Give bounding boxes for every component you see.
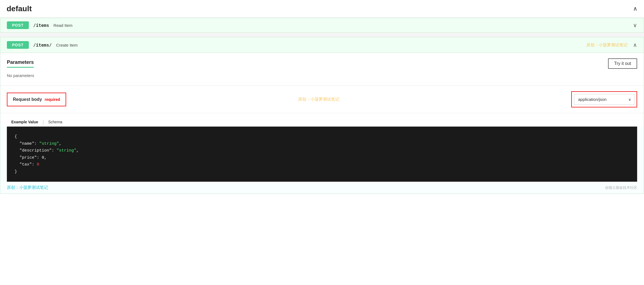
- request-body-label: Request body: [13, 97, 42, 102]
- bottom-credit: @掘土掘金技术社区: [605, 185, 637, 190]
- api-separator: [0, 33, 644, 37]
- request-body-section: Request body required 原创：小菠萝测试笔记 applica…: [0, 86, 644, 113]
- second-api-right: 原创：小菠萝测试笔记 ∧: [586, 42, 637, 48]
- parameters-title: Parameters: [7, 59, 34, 68]
- bottom-watermark: 原创：小菠萝测试笔记: [7, 185, 48, 190]
- section-title: default: [7, 4, 32, 13]
- content-type-wrapper: application/json ∨: [571, 91, 637, 107]
- request-body-watermark: 原创：小菠萝测试笔记: [298, 97, 339, 102]
- collapse-icon[interactable]: ∧: [633, 5, 637, 12]
- code-price-key: "price":: [15, 155, 42, 160]
- code-tax-key: "tax":: [15, 162, 37, 167]
- code-name-key: "name":: [15, 141, 39, 146]
- code-desc-value: "string": [57, 148, 76, 153]
- parameters-header: Parameters Try it out: [7, 58, 637, 69]
- example-tabs: Example Value | Schema: [7, 118, 637, 127]
- second-api-path: /items/: [33, 42, 52, 48]
- example-value-tab[interactable]: Example Value: [7, 118, 43, 126]
- code-block: { "name": "string", "description": "stri…: [7, 127, 637, 182]
- second-api-left: POST /items/ Create Item: [7, 41, 78, 49]
- first-api-row[interactable]: POST /items Read Item ∨: [0, 18, 644, 33]
- second-api-watermark: 原创：小菠萝测试笔记: [586, 42, 628, 48]
- second-api-chevron-icon[interactable]: ∧: [633, 42, 637, 48]
- try-it-out-button[interactable]: Try it out: [608, 58, 637, 69]
- required-badge: required: [45, 97, 60, 102]
- first-api-method-badge: POST: [7, 21, 29, 29]
- code-price-value: 0,: [42, 155, 47, 160]
- second-api-method-badge: POST: [7, 41, 29, 49]
- code-close-brace: }: [15, 169, 17, 174]
- content-type-select[interactable]: application/json: [574, 94, 634, 105]
- first-api-path: /items: [33, 23, 49, 28]
- no-parameters-text: No parameters: [7, 69, 637, 80]
- code-tax-value: 0: [37, 162, 39, 167]
- default-section-header: default ∧: [0, 0, 644, 18]
- content-type-select-wrapper: application/json ∨: [574, 94, 634, 105]
- code-name-value: "string": [39, 141, 59, 146]
- example-tabs-section: Example Value | Schema: [0, 113, 644, 127]
- request-body-row: Request body required 原创：小菠萝测试笔记 applica…: [7, 91, 637, 107]
- first-api-right: ∨: [633, 22, 637, 29]
- parameters-section: Parameters Try it out No parameters: [0, 53, 644, 86]
- request-body-label-wrapper: Request body required: [7, 93, 66, 106]
- expanded-content: Parameters Try it out No parameters Requ…: [0, 53, 644, 194]
- second-api-description: Create Item: [56, 43, 77, 47]
- first-api-left: POST /items Read Item: [7, 21, 72, 29]
- code-open-brace: {: [15, 134, 17, 139]
- first-api-chevron-icon[interactable]: ∨: [633, 22, 637, 29]
- code-desc-key: "description":: [15, 148, 57, 153]
- second-api-header[interactable]: POST /items/ Create Item 原创：小菠萝测试笔记 ∧: [0, 37, 644, 53]
- bottom-bar: 原创：小菠萝测试笔记 @掘土掘金技术社区: [0, 182, 644, 193]
- schema-tab[interactable]: Schema: [44, 118, 67, 126]
- first-api-description: Read Item: [54, 23, 72, 28]
